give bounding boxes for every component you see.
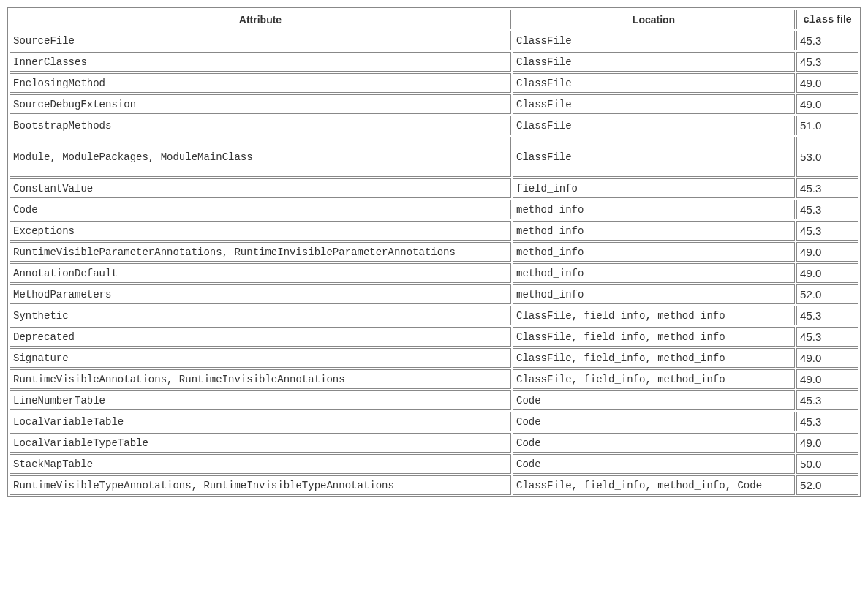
- table-row: LocalVariableTableCode45.3: [10, 412, 858, 431]
- table-row: AnnotationDefaultmethod_info49.0: [10, 263, 858, 283]
- cell-version: 50.0: [796, 454, 858, 474]
- cell-attribute: RuntimeVisibleTypeAnnotations, RuntimeIn…: [10, 475, 511, 495]
- header-classfile: class file: [796, 10, 858, 29]
- cell-version: 53.0: [796, 137, 858, 177]
- header-classfile-text: file: [834, 13, 851, 25]
- table-row: LocalVariableTypeTableCode49.0: [10, 433, 858, 453]
- table-body: SourceFileClassFile45.3InnerClassesClass…: [10, 31, 858, 495]
- cell-location: ClassFile, field_info, method_info: [513, 348, 795, 368]
- cell-attribute: EnclosingMethod: [10, 73, 511, 93]
- cell-location: ClassFile: [513, 116, 795, 135]
- cell-version: 52.0: [796, 284, 858, 304]
- cell-location: ClassFile: [513, 94, 795, 114]
- cell-location: ClassFile: [513, 31, 795, 50]
- cell-location: ClassFile, field_info, method_info, Code: [513, 475, 795, 495]
- cell-attribute: LocalVariableTable: [10, 412, 511, 431]
- cell-location: ClassFile: [513, 73, 795, 93]
- cell-location: method_info: [513, 284, 795, 304]
- table-row: BootstrapMethodsClassFile51.0: [10, 116, 858, 135]
- table-row: Exceptionsmethod_info45.3: [10, 221, 858, 241]
- table-row: Codemethod_info45.3: [10, 200, 858, 219]
- table-header-row: Attribute Location class file: [10, 10, 858, 29]
- cell-attribute: Code: [10, 200, 511, 219]
- table-row: EnclosingMethodClassFile49.0: [10, 73, 858, 93]
- cell-attribute: Synthetic: [10, 306, 511, 325]
- cell-location: field_info: [513, 178, 795, 198]
- attributes-table: Attribute Location class file SourceFile…: [7, 7, 861, 497]
- table-row: MethodParametersmethod_info52.0: [10, 284, 858, 304]
- table-row: RuntimeVisibleParameterAnnotations, Runt…: [10, 242, 858, 262]
- cell-version: 49.0: [796, 369, 858, 389]
- cell-attribute: SourceFile: [10, 31, 511, 50]
- cell-attribute: SourceDebugExtension: [10, 94, 511, 114]
- cell-attribute: AnnotationDefault: [10, 263, 511, 283]
- cell-version: 49.0: [796, 263, 858, 283]
- table-row: SignatureClassFile, field_info, method_i…: [10, 348, 858, 368]
- header-location: Location: [513, 10, 795, 29]
- cell-version: 49.0: [796, 348, 858, 368]
- cell-attribute: Signature: [10, 348, 511, 368]
- cell-version: 45.3: [796, 412, 858, 431]
- cell-attribute: LocalVariableTypeTable: [10, 433, 511, 453]
- cell-location: method_info: [513, 221, 795, 241]
- table-row: SourceFileClassFile45.3: [10, 31, 858, 50]
- cell-version: 45.3: [796, 52, 858, 72]
- cell-version: 52.0: [796, 475, 858, 495]
- cell-location: ClassFile: [513, 52, 795, 72]
- cell-attribute: ConstantValue: [10, 178, 511, 198]
- cell-attribute: RuntimeVisibleParameterAnnotations, Runt…: [10, 242, 511, 262]
- header-classfile-code: class: [803, 14, 834, 26]
- cell-location: method_info: [513, 200, 795, 219]
- cell-version: 45.3: [796, 178, 858, 198]
- cell-attribute: Deprecated: [10, 327, 511, 347]
- table-row: DeprecatedClassFile, field_info, method_…: [10, 327, 858, 347]
- cell-location: method_info: [513, 242, 795, 262]
- cell-location: Code: [513, 433, 795, 453]
- cell-version: 49.0: [796, 242, 858, 262]
- cell-version: 45.3: [796, 221, 858, 241]
- cell-attribute: LineNumberTable: [10, 390, 511, 410]
- cell-location: method_info: [513, 263, 795, 283]
- cell-version: 45.3: [796, 200, 858, 219]
- table-row: SourceDebugExtensionClassFile49.0: [10, 94, 858, 114]
- cell-version: 49.0: [796, 94, 858, 114]
- cell-location: ClassFile, field_info, method_info: [513, 306, 795, 325]
- cell-location: Code: [513, 412, 795, 431]
- table-row: SyntheticClassFile, field_info, method_i…: [10, 306, 858, 325]
- cell-attribute: BootstrapMethods: [10, 116, 511, 135]
- cell-attribute: Module, ModulePackages, ModuleMainClass: [10, 137, 511, 177]
- cell-attribute: Exceptions: [10, 221, 511, 241]
- table-row: InnerClassesClassFile45.3: [10, 52, 858, 72]
- cell-location: ClassFile: [513, 137, 795, 177]
- table-row: RuntimeVisibleAnnotations, RuntimeInvisi…: [10, 369, 858, 389]
- cell-attribute: MethodParameters: [10, 284, 511, 304]
- cell-version: 49.0: [796, 73, 858, 93]
- cell-version: 45.3: [796, 327, 858, 347]
- cell-attribute: RuntimeVisibleAnnotations, RuntimeInvisi…: [10, 369, 511, 389]
- cell-location: Code: [513, 454, 795, 474]
- cell-location: Code: [513, 390, 795, 410]
- table-row: LineNumberTableCode45.3: [10, 390, 858, 410]
- cell-version: 49.0: [796, 433, 858, 453]
- header-attribute: Attribute: [10, 10, 511, 29]
- table-row: Module, ModulePackages, ModuleMainClassC…: [10, 137, 858, 177]
- table-row: ConstantValuefield_info45.3: [10, 178, 858, 198]
- cell-version: 45.3: [796, 390, 858, 410]
- cell-version: 45.3: [796, 306, 858, 325]
- table-row: StackMapTableCode50.0: [10, 454, 858, 474]
- cell-version: 51.0: [796, 116, 858, 135]
- cell-location: ClassFile, field_info, method_info: [513, 327, 795, 347]
- cell-location: ClassFile, field_info, method_info: [513, 369, 795, 389]
- table-row: RuntimeVisibleTypeAnnotations, RuntimeIn…: [10, 475, 858, 495]
- cell-version: 45.3: [796, 31, 858, 50]
- cell-attribute: InnerClasses: [10, 52, 511, 72]
- cell-attribute: StackMapTable: [10, 454, 511, 474]
